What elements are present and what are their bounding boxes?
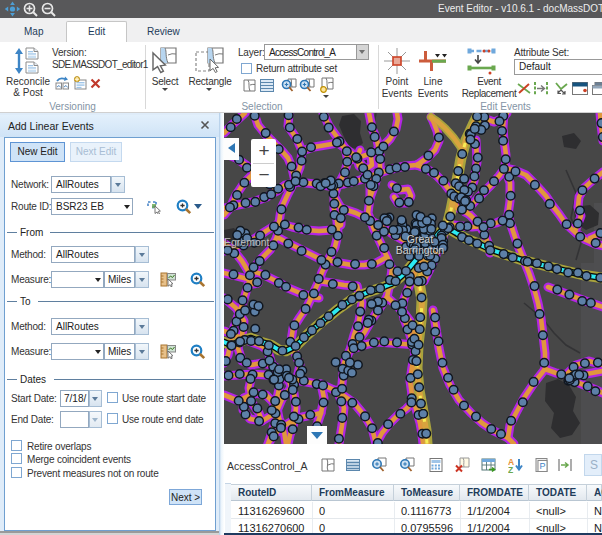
svg-text:Egremont: Egremont xyxy=(224,236,270,248)
svg-text:Z: Z xyxy=(508,465,513,473)
svg-text:Barrington: Barrington xyxy=(396,244,445,256)
svg-text:P: P xyxy=(540,461,546,471)
